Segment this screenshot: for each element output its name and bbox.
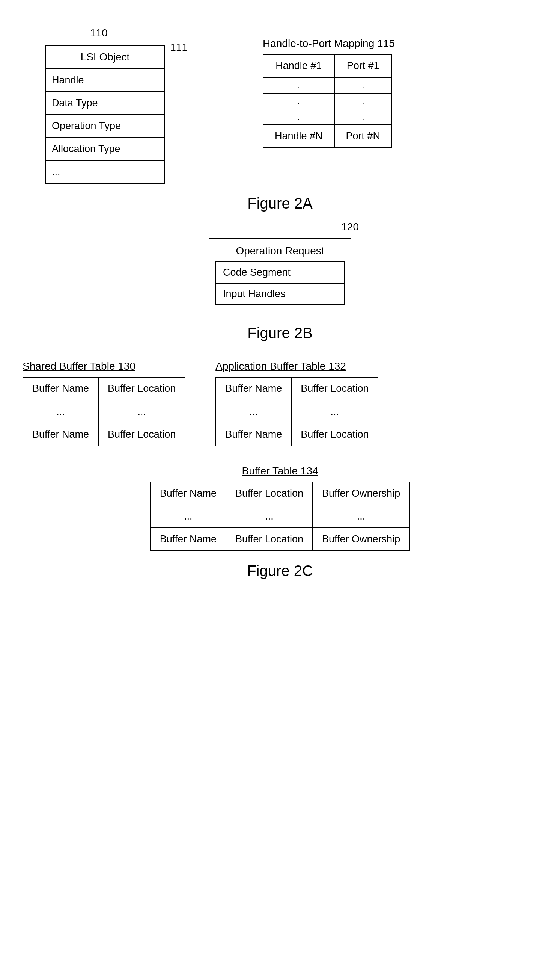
- op-request-container: 120 Operation Request Code Segment Input…: [209, 238, 351, 313]
- table-row: Buffer Name Buffer Location: [216, 377, 378, 400]
- shared-buffer-table: Buffer Name Buffer Location ... ... Buff…: [22, 377, 185, 446]
- fig2a-caption: Figure 2A: [22, 195, 538, 212]
- hpm-container: Handle-to-Port Mapping 115 Handle #1 Por…: [263, 38, 395, 148]
- hpm-cell: Handle #1: [263, 54, 334, 78]
- lsi-title: LSI Object: [46, 46, 165, 69]
- table-row: Handle #1 Port #1: [263, 54, 392, 78]
- buffer-cell: Buffer Name: [216, 423, 291, 446]
- hpm-table: Handle #1 Port #1 . . . . . . Handle #N …: [263, 54, 392, 148]
- shared-buffer-title: Shared Buffer Table 130: [22, 360, 185, 372]
- buffer-cell: Buffer Location: [98, 423, 185, 446]
- buffer-cell: Buffer Location: [226, 482, 313, 505]
- table-row: Buffer Name Buffer Location Buffer Owner…: [150, 482, 410, 505]
- buffer-cell: ...: [216, 400, 291, 423]
- buffer-cell: ...: [313, 505, 410, 528]
- buffer-cell: ...: [98, 400, 185, 423]
- buffer-cell: ...: [291, 400, 378, 423]
- table-row: Buffer Name Buffer Location: [23, 423, 185, 446]
- figure-2c: Shared Buffer Table 130 Buffer Name Buff…: [22, 360, 538, 551]
- table-row: Handle #N Port #N: [263, 125, 392, 148]
- buffer-cell: Buffer Name: [23, 423, 98, 446]
- lsi-row-alloctype: Allocation Type: [46, 138, 165, 161]
- hpm-title: Handle-to-Port Mapping 115: [263, 38, 395, 49]
- ref-111: 111: [170, 41, 188, 53]
- op-row-input: Input Handles: [216, 284, 344, 304]
- buffer-cell: ...: [23, 400, 98, 423]
- table-row: Buffer Name Buffer Location: [216, 423, 378, 446]
- app-buffer-table: Buffer Name Buffer Location ... ... Buff…: [215, 377, 378, 446]
- table-row: Buffer Name Buffer Location: [23, 377, 185, 400]
- buffer-cell: Buffer Location: [291, 423, 378, 446]
- lsi-row-handle: Handle: [46, 69, 165, 92]
- lsi-object: LSI Object Handle Data Type Operation Ty…: [45, 45, 165, 184]
- table-row: Buffer Name Buffer Location Buffer Owner…: [150, 528, 410, 551]
- buffer-cell: Buffer Name: [150, 482, 226, 505]
- hpm-cell: .: [334, 78, 392, 93]
- table-row: . .: [263, 109, 392, 125]
- figure-2b: 120 Operation Request Code Segment Input…: [22, 231, 538, 313]
- app-buffer-title: Application Buffer Table 132: [215, 360, 378, 372]
- buffer-cell: Buffer Name: [150, 528, 226, 551]
- lsi-row-dots: ...: [46, 161, 165, 183]
- buffer-cell: ...: [150, 505, 226, 528]
- buffer-cell: Buffer Location: [291, 377, 378, 400]
- ref-120: 120: [341, 221, 359, 233]
- hpm-cell: .: [263, 78, 334, 93]
- buffer-cell: Buffer Name: [23, 377, 98, 400]
- buf134-table: Buffer Name Buffer Location Buffer Owner…: [150, 482, 410, 551]
- buffer-cell: Buffer Location: [98, 377, 185, 400]
- buffer-cell: Buffer Location: [226, 528, 313, 551]
- fig2b-caption: Figure 2B: [22, 325, 538, 341]
- op-inner: Code Segment Input Handles: [215, 262, 345, 305]
- hpm-cell: .: [263, 93, 334, 109]
- hpm-cell: Port #N: [334, 125, 392, 148]
- table-row: ... ...: [216, 400, 378, 423]
- table-row: ... ...: [23, 400, 185, 423]
- buffer-cell: Buffer Ownership: [313, 528, 410, 551]
- hpm-cell: Port #1: [334, 54, 392, 78]
- hpm-cell: .: [334, 109, 392, 125]
- buffer-cell: Buffer Name: [216, 377, 291, 400]
- fig2c-caption: Figure 2C: [22, 562, 538, 579]
- op-title: Operation Request: [215, 245, 345, 257]
- hpm-cell: .: [263, 109, 334, 125]
- figure-2a: 110 111 LSI Object Handle Data Type Oper…: [22, 26, 538, 184]
- op-row-code: Code Segment: [216, 262, 344, 284]
- table-row: . .: [263, 93, 392, 109]
- op-outer: Operation Request Code Segment Input Han…: [209, 238, 351, 313]
- lsi-row-optype: Operation Type: [46, 115, 165, 138]
- lsi-row-datatype: Data Type: [46, 92, 165, 115]
- lsi-object-container: 110 111 LSI Object Handle Data Type Oper…: [45, 45, 165, 184]
- buf134-container: Buffer Table 134 Buffer Name Buffer Loca…: [22, 465, 538, 551]
- fig2c-top: Shared Buffer Table 130 Buffer Name Buff…: [22, 360, 538, 446]
- shared-buffer-container: Shared Buffer Table 130 Buffer Name Buff…: [22, 360, 185, 446]
- hpm-cell: Handle #N: [263, 125, 334, 148]
- table-row: . .: [263, 78, 392, 93]
- app-buffer-container: Application Buffer Table 132 Buffer Name…: [215, 360, 378, 446]
- ref-110: 110: [90, 27, 108, 39]
- buffer-cell: ...: [226, 505, 313, 528]
- table-row: ... ... ...: [150, 505, 410, 528]
- hpm-cell: .: [334, 93, 392, 109]
- buf134-title: Buffer Table 134: [242, 465, 318, 477]
- buffer-cell: Buffer Ownership: [313, 482, 410, 505]
